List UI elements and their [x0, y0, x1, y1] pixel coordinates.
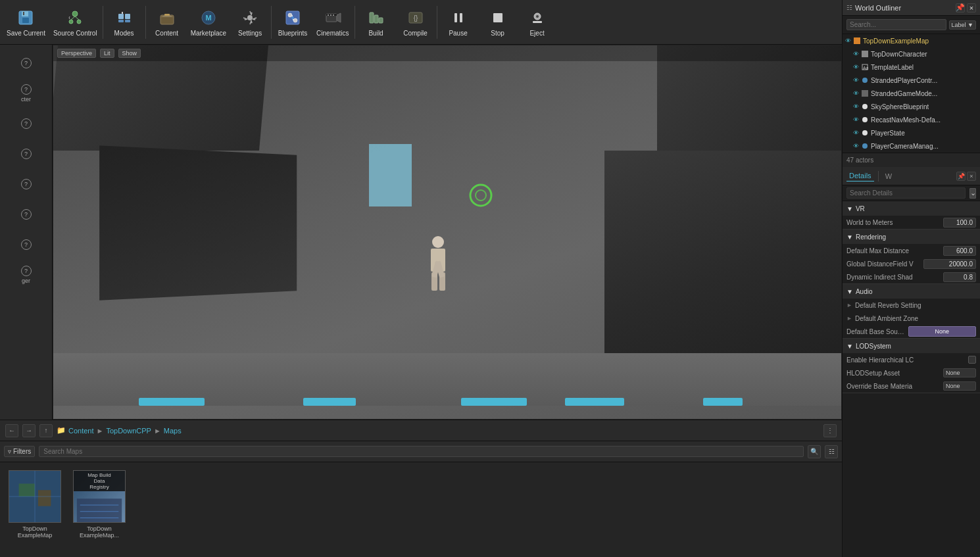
sidebar-manager[interactable]: ? ger: [7, 262, 46, 288]
viewport-perspective-btn[interactable]: Perspective: [57, 49, 96, 58]
global-dist-value[interactable]: 20000.0: [923, 259, 976, 269]
svg-point-20: [288, 13, 292, 17]
cb-path-maps[interactable]: Maps: [164, 427, 182, 435]
outliner-item-5-name: SkySphereBlueprint: [871, 103, 929, 110]
hlod-setup-row: HLODSetup Asset None: [843, 366, 980, 379]
search-filter-arrow[interactable]: ⌄: [969, 188, 976, 199]
default-sound-none-btn[interactable]: None: [908, 326, 977, 337]
outliner-item-5[interactable]: 👁 SkySphereBlueprint: [843, 100, 980, 113]
svg-line-8: [75, 16, 79, 20]
sidebar-6-icon: ?: [21, 239, 32, 250]
sidebar-placement[interactable]: ?: [7, 50, 46, 76]
toolbar-sep-5: [437, 6, 437, 39]
world-to-meters-value[interactable]: 100.0: [943, 218, 976, 228]
viewport-lit-btn[interactable]: Lit: [100, 49, 114, 58]
outliner-item-7[interactable]: 👁 PlayerState: [843, 126, 980, 139]
viewport-show-btn[interactable]: Show: [118, 49, 141, 58]
outliner-item-1[interactable]: 👁 TopDownCharacter: [843, 47, 980, 61]
audio-section: ▼ Audio ► Default Reverb Setting ► Defau…: [843, 284, 980, 339]
outliner-item-4[interactable]: 👁 StrandedGameMode...: [843, 87, 980, 100]
rendering-section-header[interactable]: ▼ Rendering: [843, 230, 980, 244]
modes-button[interactable]: Modes: [105, 3, 144, 42]
audio-section-header[interactable]: ▼ Audio: [843, 284, 980, 299]
cb-back-btn[interactable]: ←: [5, 424, 18, 437]
svg-rect-12: [125, 20, 130, 22]
asset-topdown-map[interactable]: TopDownExampleMap: [5, 468, 64, 552]
reverb-label: Default Reverb Setting: [855, 302, 976, 309]
outliner-item-0[interactable]: 👁 TopDownExampleMap: [843, 34, 980, 47]
world-to-meters-label: World to Meters: [846, 219, 941, 226]
dynamic-indirect-value[interactable]: 0.8: [943, 272, 976, 282]
content-button[interactable]: Content: [147, 3, 187, 42]
svg-rect-2: [22, 18, 29, 23]
override-base-dropdown[interactable]: None: [943, 381, 976, 391]
sidebar-2[interactable]: ?: [7, 110, 46, 137]
viewport[interactable]: Perspective Lit Show: [53, 45, 842, 420]
source-control-button[interactable]: Source Control: [49, 3, 101, 42]
enable-hierarchical-checkbox[interactable]: [968, 356, 976, 364]
vr-section-title: VR: [856, 205, 865, 212]
svg-point-41: [470, 185, 491, 206]
asset-topdown-map-data[interactable]: Map BuildDataRegistry TopDown ExampleMap…: [70, 468, 129, 552]
settings-button[interactable]: Settings: [230, 3, 270, 42]
outliner-search-input[interactable]: [846, 19, 946, 30]
outliner-item-2[interactable]: 👁 Aa TemplateLabel: [843, 61, 980, 74]
cb-search-btn[interactable]: 🔍: [808, 445, 821, 458]
svg-text:{}: {}: [413, 14, 418, 22]
pause-button[interactable]: Pause: [439, 3, 478, 42]
cb-view-btn[interactable]: ☷: [825, 445, 838, 458]
outliner-close-btn[interactable]: ×: [967, 3, 976, 12]
vr-section-header[interactable]: ▼ VR: [843, 201, 980, 216]
cb-path-content[interactable]: Content: [68, 427, 94, 435]
outliner-item-8[interactable]: 👁 PlayerCameraManag...: [843, 139, 980, 153]
svg-point-4: [72, 11, 78, 16]
details-tab[interactable]: Details: [846, 170, 874, 182]
sidebar-6[interactable]: ?: [7, 231, 46, 258]
outliner-item-1-name: TopDownCharacter: [871, 51, 927, 58]
sidebar-5[interactable]: ?: [7, 201, 46, 228]
outliner-item-4-name: StrandedGameMode...: [871, 90, 937, 97]
marketplace-button[interactable]: M Marketplace: [187, 3, 230, 42]
stop-label: Stop: [491, 30, 504, 37]
vr-collapse-icon: ▼: [846, 205, 853, 212]
toolbar-sep-2: [145, 6, 146, 39]
cb-filters-btn[interactable]: ▿ Filters: [4, 446, 35, 457]
cinematics-button[interactable]: Cinematics: [312, 3, 353, 42]
vr-section: ▼ VR World to Meters 100.0: [843, 201, 980, 230]
cb-forward-btn[interactable]: →: [22, 424, 36, 437]
stop-button[interactable]: Stop: [478, 3, 518, 42]
cb-search-input[interactable]: [39, 446, 804, 457]
cb-path-topdown[interactable]: TopDownCPP: [106, 427, 151, 435]
lod-section-header[interactable]: ▼ LODSystem: [843, 339, 980, 353]
modes-label: Modes: [114, 30, 134, 37]
hlod-setup-dropdown[interactable]: None: [943, 368, 976, 377]
cb-up-btn[interactable]: ↑: [39, 424, 53, 437]
svg-rect-57: [862, 90, 868, 97]
world-settings-tab[interactable]: W: [883, 171, 894, 182]
compile-button[interactable]: {} Compile: [396, 3, 435, 42]
save-current-button[interactable]: Save Current: [3, 3, 49, 42]
outliner-item-3[interactable]: 👁 StrandedPlayerContr...: [843, 74, 980, 87]
details-search-input[interactable]: [846, 187, 966, 199]
blue-accent-5: [703, 398, 743, 406]
build-button[interactable]: Build: [356, 3, 396, 42]
default-sound-row: Default Base Sound M None: [843, 325, 980, 338]
sidebar-4[interactable]: ?: [7, 171, 46, 197]
default-max-dist-value[interactable]: 600.0: [943, 246, 976, 256]
cb-options-btn[interactable]: ⋮: [823, 424, 837, 437]
details-close-btn[interactable]: ×: [967, 172, 976, 181]
svg-rect-28: [330, 14, 331, 16]
dynamic-indirect-label: Dynamic Indirect Shad: [846, 274, 941, 281]
outliner-pin-btn[interactable]: 📌: [956, 3, 965, 12]
outliner-item-6[interactable]: 👁 RecastNavMesh-Defa...: [843, 113, 980, 126]
label-dropdown[interactable]: Label ▼: [949, 20, 976, 30]
outliner-header: ☷ World Outliner 📌 ×: [843, 0, 980, 16]
sidebar-3[interactable]: ?: [7, 141, 46, 167]
asset-topdown-data-label: TopDown ExampleMap...: [72, 525, 126, 539]
eject-button[interactable]: Eject: [518, 3, 557, 42]
sidebar-actors[interactable]: ? cter: [7, 80, 46, 107]
svg-rect-13: [122, 12, 123, 14]
details-lock-btn[interactable]: 📌: [956, 172, 966, 181]
save-current-label: Save Current: [7, 30, 45, 37]
blueprints-button[interactable]: Blueprints: [273, 3, 312, 42]
